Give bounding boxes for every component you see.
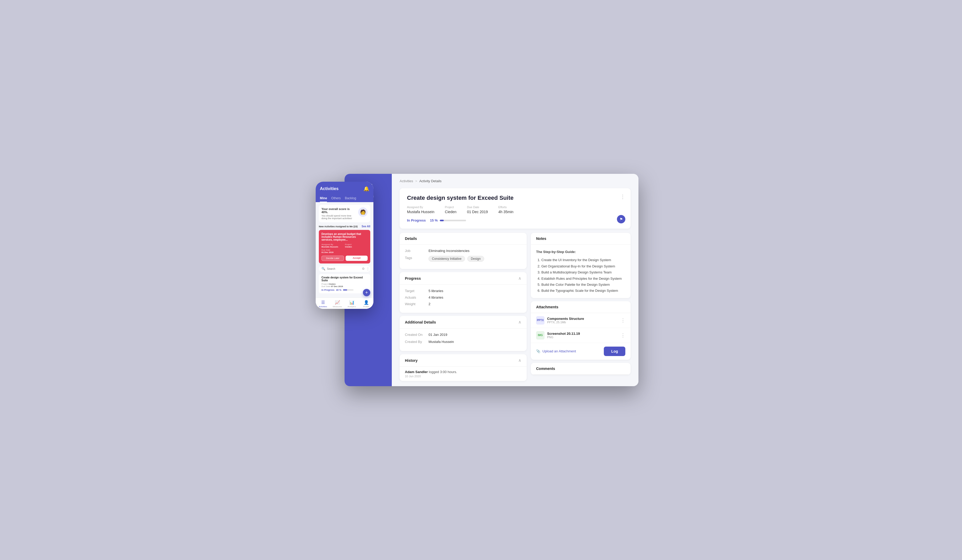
- history-header[interactable]: History ∧: [400, 354, 527, 367]
- mobile-nav-profile-icon: 👤: [364, 300, 369, 305]
- flag-button[interactable]: ⚑: [617, 215, 625, 224]
- meta-efforts: Efforts 4h 35min: [498, 206, 513, 214]
- mobile-nav-profile[interactable]: 👤 Profile: [359, 300, 373, 308]
- assigned-by-label: Assigned By: [407, 206, 434, 209]
- log-button[interactable]: Log: [604, 347, 625, 356]
- mobile-search-input[interactable]: [327, 267, 360, 270]
- mobile-filter-icon[interactable]: ⚙: [362, 267, 365, 270]
- notes-guide-title: The Step-by-Step Guide:: [536, 249, 625, 255]
- mobile-list-item-title: Create design system for Exceed Suite: [321, 276, 368, 282]
- created-on-value: 01 Jan 2019: [429, 333, 447, 336]
- weight-value: 2: [429, 302, 430, 306]
- breadcrumb-activities[interactable]: Activities: [400, 179, 413, 183]
- mobile-more-icon[interactable]: ⋮: [366, 267, 370, 270]
- mobile-nav-analytics[interactable]: 📊 Analytics: [345, 300, 359, 308]
- mobile-decide-later-btn[interactable]: Decide Later: [321, 256, 344, 261]
- meta-due-date: Due Date 01 Dec 2019: [467, 206, 488, 214]
- upload-icon: 📎: [536, 349, 540, 353]
- mobile-bell-icon[interactable]: 🔔: [363, 186, 369, 191]
- mobile-nav-measures-icon: 📈: [335, 300, 340, 305]
- attachment-pptx-details: Components Structure PPTX, 25.1Mb: [547, 317, 584, 324]
- attachment-pptx-meta: PPTX, 25.1Mb: [547, 321, 584, 324]
- mobile-see-all-link[interactable]: See All: [362, 225, 370, 228]
- mobile-search-icon: 🔍: [321, 267, 325, 270]
- mobile-score-sub: You should spend more time doing the imp…: [321, 214, 355, 220]
- additional-details-title: Additional Details: [405, 320, 436, 324]
- progress-header[interactable]: Progress ∧: [400, 272, 527, 285]
- progress-bar-bg: [440, 220, 466, 221]
- notes-step-6: Build the Typographic Scale for the Desi…: [541, 288, 625, 294]
- details-title: Details: [405, 237, 417, 241]
- history-entry: Adam Sandler logged 3:00 hours. 10 Jun 2…: [400, 367, 527, 381]
- tags-label: Tags: [405, 256, 429, 262]
- target-label: Target: [405, 289, 429, 293]
- mobile-nav-analytics-icon: 📊: [349, 300, 355, 305]
- notes-step-5: Build the Color Palette for the Design S…: [541, 282, 625, 288]
- due-date-label: Due Date: [467, 206, 488, 209]
- detail-tags-row: Tags Consistency Initiative Design: [405, 256, 521, 262]
- progress-target-row: Target 5 libraries: [405, 289, 521, 293]
- mobile-accept-btn[interactable]: Accept: [345, 256, 368, 261]
- additional-details-header[interactable]: Additional Details ∧: [400, 316, 527, 328]
- progress-card: Progress ∧ Target 5 libraries Actuals: [400, 272, 527, 313]
- pptx-icon: PPTX: [536, 316, 544, 325]
- activity-meta: Assigned By Mustafa Hussein Project Cied…: [407, 206, 623, 214]
- comments-header[interactable]: Comments: [531, 363, 631, 375]
- additional-details-body: Created On 01 Jan 2019 Created By Mustaf…: [400, 328, 527, 351]
- details-header[interactable]: Details: [400, 233, 527, 245]
- attachment-png-more-btn[interactable]: ⋮: [621, 332, 625, 338]
- job-value: Eliminating Inconsistencies: [429, 249, 470, 253]
- detail-job-row: Job Eliminating Inconsistencies: [405, 249, 521, 253]
- mobile-progress-bar: [343, 290, 353, 290]
- mobile-nav-activities-icon: ☰: [321, 300, 325, 305]
- mobile-tab-backlog[interactable]: Backlog: [345, 196, 356, 202]
- weight-label: Weight: [405, 302, 429, 306]
- tag-design[interactable]: Design: [467, 256, 484, 262]
- breadcrumb-separator: >: [415, 179, 417, 183]
- notes-step-2: Get Organizational Buy-In for the Design…: [541, 263, 625, 269]
- mobile-tabs: Mine Others Backlog: [316, 194, 373, 202]
- project-label: Project: [445, 206, 456, 209]
- mobile-list-item-due: Due Date 07 Dec 2019: [321, 285, 368, 288]
- mobile-nav-measures[interactable]: 📈 Measures: [330, 300, 345, 308]
- created-by-value: Mustafa Hussein: [429, 340, 454, 344]
- attachment-png-details: Screenshot 20.11.19 PNG: [547, 331, 580, 339]
- progress-body: Target 5 libraries Actuals 4 libraries W…: [400, 285, 527, 313]
- tag-consistency[interactable]: Consistency Initiative: [429, 256, 465, 262]
- attachment-pptx-name: Components Structure: [547, 317, 584, 321]
- notes-step-1: Create the UI Inventory for the Design S…: [541, 257, 625, 263]
- mobile-avatar: 🧑: [358, 208, 368, 217]
- progress-chevron-icon: ∧: [518, 276, 521, 281]
- mobile-tab-mine[interactable]: Mine: [320, 196, 327, 202]
- created-on-label: Created On: [405, 333, 429, 336]
- left-column: Details Job Eliminating Inconsistencies …: [400, 233, 527, 381]
- mobile-search-row: 🔍 ⚙ ⋮: [319, 266, 370, 272]
- upload-label: Upload an Attachment: [542, 349, 576, 353]
- main-content: Activities > Activity Details ⋮ Create d…: [392, 174, 638, 386]
- mobile-nav-activities[interactable]: ☰ Activities: [316, 300, 330, 308]
- mobile-bottom-nav: ☰ Activities 📈 Measures 📊 Analytics 👤 Pr…: [316, 298, 373, 309]
- mobile-fab-btn[interactable]: +: [363, 289, 370, 296]
- notes-body: The Step-by-Step Guide: Create the UI In…: [531, 245, 631, 298]
- due-date-value: 01 Dec 2019: [467, 210, 488, 214]
- actuals-value: 4 libraries: [429, 296, 443, 299]
- mobile-action-row: Decide Later Accept: [321, 256, 368, 261]
- more-options-button[interactable]: ⋮: [620, 193, 625, 200]
- right-column: Notes The Step-by-Step Guide: Create the…: [531, 233, 631, 381]
- notes-card: Notes The Step-by-Step Guide: Create the…: [531, 233, 631, 298]
- history-title: History: [405, 358, 418, 362]
- upload-attachment-link[interactable]: 📎 Upload an Attachment: [536, 349, 576, 353]
- history-user: Adam Sandler: [405, 370, 428, 374]
- mobile-activity-card: Develops an annual budget that includes …: [319, 230, 370, 264]
- mobile-list-item[interactable]: Create design system for Exceed Suite Pr…: [319, 274, 370, 293]
- assigned-by-value: Mustafa Hussein: [407, 210, 434, 214]
- desktop-layout: ☰ Activities 📈 Measures Activities > Act…: [345, 174, 638, 386]
- mobile-tab-others[interactable]: Others: [331, 196, 341, 202]
- created-by-label: Created By: [405, 340, 429, 344]
- created-by-row: Created By Mustafa Hussein: [405, 340, 521, 344]
- upload-row: 📎 Upload an Attachment Log: [531, 343, 631, 360]
- notes-header[interactable]: Notes: [531, 233, 631, 245]
- comments-title: Comments: [536, 367, 555, 371]
- additional-details-card: Additional Details ∧ Created On 01 Jan 2…: [400, 316, 527, 351]
- attachment-pptx-more-btn[interactable]: ⋮: [621, 317, 625, 323]
